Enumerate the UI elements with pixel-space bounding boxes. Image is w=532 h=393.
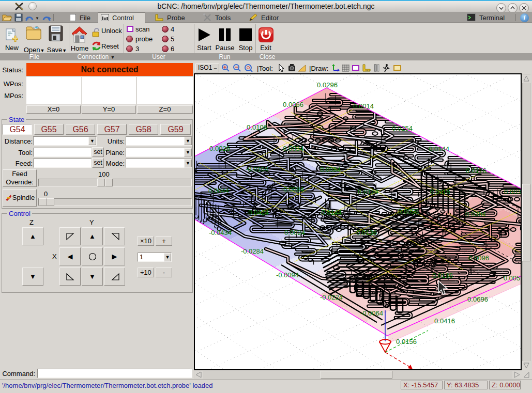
- svg-text:-0.0424: -0.0424: [246, 209, 269, 216]
- svg-text:0.0066: 0.0066: [283, 101, 303, 108]
- svg-text:0.0416: 0.0416: [434, 317, 455, 325]
- svg-text:0.0056: 0.0056: [398, 208, 419, 215]
- svg-text:-0.0144: -0.0144: [319, 209, 342, 216]
- svg-text:-0.0084: -0.0084: [281, 185, 304, 193]
- svg-text:0.0136: 0.0136: [432, 272, 453, 279]
- svg-text:0.0144: 0.0144: [429, 145, 449, 153]
- svg-text:0.0304: 0.0304: [465, 210, 486, 218]
- svg-text:-0.0104: -0.0104: [246, 165, 268, 173]
- svg-text:0.0176: 0.0176: [466, 167, 487, 175]
- svg-text:0.0124: 0.0124: [358, 188, 378, 196]
- svg-text:0.0044: 0.0044: [208, 187, 229, 195]
- svg-text:0.0014: 0.0014: [353, 102, 374, 110]
- svg-text:0.0096: 0.0096: [468, 254, 489, 262]
- svg-text:0.0136: 0.0136: [356, 229, 377, 237]
- svg-text:0.0254: 0.0254: [392, 124, 413, 132]
- svg-text:0.0084: 0.0084: [320, 166, 341, 174]
- svg-text:0.0026: 0.0026: [209, 145, 230, 152]
- svg-text:0.0036: 0.0036: [504, 188, 521, 196]
- svg-text:0.0296: 0.0296: [317, 81, 338, 89]
- svg-text:0.0696: 0.0696: [467, 295, 488, 303]
- svg-text:-0.0094: -0.0094: [276, 271, 299, 279]
- svg-text:-0.0224: -0.0224: [320, 293, 343, 301]
- svg-text:-0.0064: -0.0064: [360, 309, 383, 317]
- svg-text:0.0116: 0.0116: [430, 188, 450, 196]
- svg-text:-0.0284: -0.0284: [241, 247, 264, 255]
- svg-text:0.005: 0.005: [504, 274, 521, 282]
- svg-text:0.0106: 0.0106: [247, 123, 267, 131]
- svg-text:0.0034: 0.0034: [283, 145, 303, 152]
- svg-text:-0.0434: -0.0434: [209, 229, 232, 237]
- svg-text:0.0024: 0.0024: [284, 229, 305, 237]
